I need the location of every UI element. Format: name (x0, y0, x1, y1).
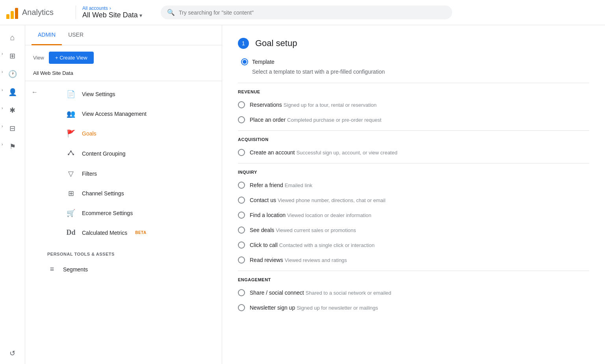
goal-option-refer-friend[interactable]: Refer a friendEmailed link (238, 178, 589, 193)
behavior-icon: ⊟ (9, 124, 15, 133)
calculated-metrics-icon: Dd (66, 228, 76, 237)
goal-option-read-reviews[interactable]: Read reviewsViewed reviews and ratings (238, 253, 589, 267)
tab-admin[interactable]: ADMIN (32, 25, 62, 45)
goal-radio-read-reviews[interactable] (238, 256, 245, 264)
goal-option-share-social[interactable]: Share / social connectShared to a social… (238, 285, 589, 300)
settings-icon: ↺ (9, 349, 15, 358)
sidebar-item-behavior[interactable]: › ⊟ (0, 119, 25, 137)
back-button[interactable]: ← (28, 86, 41, 98)
sidebar-item-acquisition[interactable]: › ✱ (0, 101, 25, 119)
goal-label-reservations: Reservations (250, 102, 282, 108)
left-panel: ADMIN USER View + Create View All Web Si… (25, 25, 222, 364)
menu-item-segments[interactable]: ≡ Segments (25, 260, 222, 279)
category-header-revenue: REVENUE (238, 83, 589, 97)
goal-option-place-order[interactable]: Place an orderCompleted purchase or pre-… (238, 112, 589, 127)
category-header-acquisition: ACQUISITION (238, 130, 589, 145)
goal-label-create-account: Create an account (250, 149, 295, 156)
sidebar-item-customization[interactable]: › ⊞ (0, 47, 25, 65)
search-input[interactable] (179, 9, 446, 16)
account-selector[interactable]: All accounts › All Web Site Data ▾ (76, 6, 154, 19)
goal-radio-reservations[interactable] (238, 101, 245, 108)
menu-label-ecommerce-settings: Ecommerce Settings (82, 210, 133, 216)
menu-label-segments: Segments (63, 266, 88, 273)
goal-radio-find-location[interactable] (238, 212, 245, 219)
expand-arrow-icon: › (2, 52, 3, 56)
category-header-engagement: ENGAGEMENT (238, 271, 589, 285)
goal-setup-header: 1 Goal setup (238, 38, 589, 49)
goal-option-find-location[interactable]: Find a locationViewed location or dealer… (238, 208, 589, 223)
goal-radio-refer-friend[interactable] (238, 182, 245, 189)
goals-icon: 🚩 (66, 129, 76, 138)
left-panel-content: View + Create View All Web Site Data ← 📄… (25, 45, 222, 364)
expand-arrow-icon: › (2, 88, 3, 92)
template-option[interactable]: Template (241, 58, 589, 65)
analytics-logo (6, 6, 18, 19)
menu-label-calculated-metrics: Calculated Metrics (82, 230, 127, 236)
menu-item-view-settings[interactable]: 📄 View Settings (44, 84, 222, 104)
all-accounts-link[interactable]: All accounts › (82, 6, 154, 11)
goal-desc-newsletter: Signed up for newsletter or mailings (297, 305, 378, 311)
sidebar-item-audience[interactable]: › 👤 (0, 83, 25, 101)
sidebar-item-settings[interactable]: ↺ (0, 344, 25, 364)
goal-radio-contact-us[interactable] (238, 197, 245, 204)
view-name: All Web Site Data (25, 70, 222, 81)
goal-radio-share-social[interactable] (238, 289, 245, 296)
goal-desc-reservations: Signed up for a tour, rental or reservat… (284, 102, 377, 108)
goal-desc-read-reviews: Viewed reviews and ratings (285, 257, 347, 263)
goal-option-see-deals[interactable]: See dealsViewed current sales or promoti… (238, 223, 589, 238)
account-name[interactable]: All Web Site Data ▾ (82, 11, 154, 19)
expand-arrow-icon: › (2, 142, 3, 147)
back-area: ← 📄 View Settings 👥 View Access Manageme… (25, 81, 222, 245)
goal-option-create-account[interactable]: Create an accountSuccessful sign up, acc… (238, 145, 589, 160)
search-bar[interactable]: 🔍 (161, 6, 452, 19)
goal-radio-click-to-call[interactable] (238, 241, 245, 249)
sidebar-item-home[interactable]: ⌂ (0, 28, 25, 47)
menu-item-filters[interactable]: ▽ Filters (44, 164, 222, 184)
tab-user[interactable]: USER (62, 25, 90, 45)
logo-area: Analytics (6, 6, 69, 19)
goal-desc-find-location: Viewed location or dealer information (287, 212, 371, 218)
filters-icon: ▽ (66, 169, 76, 178)
goal-radio-place-order[interactable] (238, 116, 245, 123)
menu-item-goals[interactable]: 🚩 Goals (44, 124, 222, 143)
audience-icon: 👤 (8, 88, 17, 97)
template-radio[interactable] (241, 58, 248, 65)
goal-radio-newsletter[interactable] (238, 304, 245, 311)
goal-desc-click-to-call: Contacted with a single click or interac… (279, 242, 375, 248)
sidebar-item-conversions[interactable]: › ⚑ (0, 137, 25, 156)
content-grouping-icon (66, 149, 76, 158)
customization-icon: ⊞ (9, 52, 15, 60)
goal-radio-see-deals[interactable] (238, 227, 245, 234)
menu-label-channel-settings: Channel Settings (82, 190, 124, 197)
goal-label-see-deals: See deals (250, 227, 274, 233)
goal-label-contact-us: Contact us (250, 197, 276, 203)
menu-label-view-settings: View Settings (82, 91, 115, 97)
goal-option-click-to-call[interactable]: Click to callContacted with a single cli… (238, 238, 589, 253)
expand-arrow-icon: › (2, 124, 3, 128)
header: Analytics All accounts › All Web Site Da… (0, 0, 605, 25)
view-label: View (33, 55, 44, 61)
right-panel: 1 Goal setup Template Select a template … (222, 25, 605, 364)
goal-radio-create-account[interactable] (238, 149, 245, 156)
menu-label-view-access: View Access Management (82, 111, 147, 117)
menu-item-view-access[interactable]: 👥 View Access Management (44, 104, 222, 124)
sidebar-item-reports[interactable]: › 🕐 (0, 65, 25, 83)
goal-option-contact-us[interactable]: Contact usViewed phone number, direction… (238, 193, 589, 208)
logo-bar-2 (11, 11, 14, 19)
menu-item-ecommerce-settings[interactable]: 🛒 Ecommerce Settings (44, 203, 222, 223)
goal-option-newsletter[interactable]: Newsletter sign upSigned up for newslett… (238, 300, 589, 315)
menu-label-content-grouping: Content Grouping (82, 150, 126, 157)
menu-item-content-grouping[interactable]: Content Grouping (44, 143, 222, 164)
menu-item-calculated-metrics[interactable]: Dd Calculated Metrics BETA (44, 223, 222, 242)
menu-item-channel-settings[interactable]: ⊞ Channel Settings (44, 184, 222, 203)
tabs-bar: ADMIN USER (25, 25, 222, 45)
create-view-button[interactable]: + Create View (49, 52, 94, 64)
segments-icon: ≡ (47, 265, 57, 273)
goal-categories: REVENUEReservationsSigned up for a tour,… (238, 83, 589, 315)
template-label: Template (252, 59, 275, 65)
dropdown-arrow: ▾ (139, 12, 142, 19)
goal-desc-place-order: Completed purchase or pre-order request (287, 117, 381, 123)
goal-option-reservations[interactable]: ReservationsSigned up for a tour, rental… (238, 97, 589, 112)
beta-badge: BETA (135, 230, 146, 235)
personal-tools-header: PERSONAL TOOLS & ASSETS (25, 245, 222, 260)
